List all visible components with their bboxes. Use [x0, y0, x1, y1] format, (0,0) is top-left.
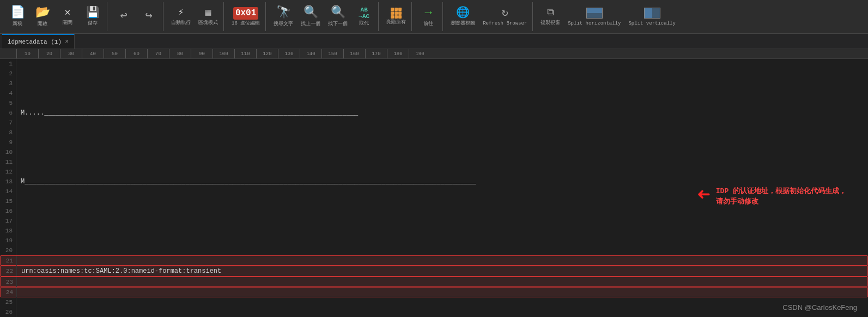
goto-label: 前往: [423, 21, 433, 27]
code-line-6[interactable]: 6 M.....________________________________…: [0, 108, 868, 118]
save-button[interactable]: 💾 儲存: [81, 2, 105, 32]
find-prev-label: 找上一個: [301, 21, 320, 27]
new-button[interactable]: 📄 新稿: [5, 2, 29, 32]
code-line-20[interactable]: 20: [0, 246, 868, 255]
refresh-button[interactable]: ↻ Refresh Browser: [479, 2, 530, 32]
code-line-17[interactable]: 17: [0, 216, 868, 226]
code-line-7[interactable]: 7: [0, 118, 868, 128]
code-line-22[interactable]: 22 urn:oasis:names:tc:SAML:2.0:nameid-fo…: [0, 266, 868, 276]
line-number-5: 5: [0, 98, 16, 108]
line-number-9: 9: [0, 137, 16, 147]
line-number-15: 15: [0, 196, 16, 206]
close-button[interactable]: ✕ 關閉: [56, 2, 80, 32]
ruler-mark-180: 180: [387, 49, 409, 58]
ruler-mark-20: 20: [38, 49, 60, 58]
open-button[interactable]: 📂 開啟: [31, 2, 54, 32]
goto-group: → 前往: [414, 2, 443, 31]
split-h-icon: [586, 8, 603, 19]
highlight-group: 亮顯所有: [381, 2, 412, 31]
code-line-24[interactable]: 24: [0, 287, 868, 297]
goto-button[interactable]: → 前往: [416, 2, 440, 32]
ruler: 10 20 30 40 50 60 70 80 90 100 110 120 1…: [0, 49, 868, 59]
hex-group: 0x01 16 進位編輯: [226, 2, 266, 31]
arrow-icon: ➜: [697, 180, 711, 213]
replace-button[interactable]: AB→AC 取代: [352, 2, 376, 32]
ruler-mark-10: 10: [16, 49, 38, 58]
highlight-button[interactable]: 亮顯所有: [383, 2, 409, 32]
replace-label: 取代: [359, 21, 369, 27]
undo-group: ↩ ↪: [110, 2, 163, 31]
code-line-9[interactable]: 9: [0, 137, 868, 147]
code-line-12[interactable]: 12: [0, 167, 868, 177]
find-next-label: 找下一個: [328, 21, 348, 27]
ruler-mark-120: 120: [256, 49, 278, 58]
tab-bar: idpMetadata (1) ×: [0, 34, 868, 49]
code-line-11[interactable]: 11: [0, 157, 868, 167]
exec-group: ⚡ 自動執行 ▦ 區塊模式: [166, 2, 224, 31]
code-line-4[interactable]: 4: [0, 88, 868, 98]
line-number-1: 1: [0, 59, 16, 69]
code-line-25[interactable]: 25: [0, 297, 868, 307]
line-number-22: 22: [1, 266, 17, 276]
split-group: ⧉ 複製視窗 Split horizontally Split vertical…: [535, 2, 681, 31]
code-line-18[interactable]: 18: [0, 226, 868, 236]
copy-view-button[interactable]: ⧉ 複製視窗: [537, 2, 563, 32]
ruler-mark-90: 90: [191, 49, 213, 58]
line-number-4: 4: [0, 88, 16, 98]
browser-group: 🌐 瀏覽器視圖 ↻ Refresh Browser: [445, 2, 533, 31]
code-line-8[interactable]: 8: [0, 128, 868, 137]
browser-view-button[interactable]: 🌐 瀏覽器視圖: [447, 2, 478, 32]
ruler-mark-30: 30: [60, 49, 82, 58]
hex-edit-button[interactable]: 0x01 16 進位編輯: [228, 2, 263, 32]
ruler-mark-80: 80: [169, 49, 191, 58]
tab-close-button[interactable]: ×: [65, 38, 69, 46]
code-line-23[interactable]: 23: [0, 277, 868, 287]
find-prev-button[interactable]: 🔍 找上一個: [298, 2, 324, 32]
hex-edit-label: 16 進位編輯: [232, 21, 260, 27]
line-number-12: 12: [0, 167, 16, 177]
find-text-button[interactable]: 🔭 搜尋文字: [270, 2, 296, 32]
watermark: CSDN @CarlosKeFeng: [782, 303, 857, 312]
active-tab[interactable]: idpMetadata (1) ×: [2, 34, 75, 49]
line-number-2: 2: [0, 69, 16, 79]
copy-view-label: 複製視窗: [541, 20, 560, 26]
line-number-3: 3: [0, 79, 16, 88]
line-number-17: 17: [0, 216, 16, 226]
code-line-21[interactable]: 21: [0, 255, 868, 266]
ruler-mark-50: 50: [104, 49, 125, 58]
undo-button[interactable]: ↩: [112, 2, 136, 32]
code-line-19[interactable]: 19: [0, 236, 868, 246]
annotation: ➜ IDP 的认证地址，根据初始化代码生成，请勿手动修改: [697, 180, 846, 213]
ruler-mark-70: 70: [147, 49, 169, 58]
line-number-24: 24: [1, 288, 17, 297]
code-line-3[interactable]: 3: [0, 79, 868, 88]
split-v-icon: [644, 8, 660, 19]
line-number-14: 14: [0, 187, 16, 196]
code-line-5[interactable]: 5: [0, 98, 868, 108]
file-group: 📄 新稿 📂 開啟 ✕ 關閉 💾 儲存: [3, 2, 107, 31]
refresh-label: Refresh Browser: [483, 21, 527, 27]
new-label: 新稿: [13, 21, 22, 27]
find-next-button[interactable]: 🔍 找下一個: [325, 2, 351, 32]
line-number-26: 26: [0, 307, 16, 317]
code-line-26[interactable]: 26: [0, 307, 868, 317]
block-mode-button[interactable]: ▦ 區塊模式: [195, 2, 221, 32]
line-number-11: 11: [0, 157, 16, 167]
ruler-mark-170: 170: [365, 49, 387, 58]
auto-exec-label: 自動執行: [171, 20, 191, 26]
redo-button[interactable]: ↪: [137, 2, 161, 32]
line-number-23: 23: [1, 277, 17, 287]
line-number-7: 7: [0, 118, 16, 128]
ruler-mark-130: 130: [278, 49, 300, 58]
find-text-label: 搜尋文字: [274, 21, 293, 27]
line-code-22: urn:oasis:names:tc:SAML:2.0:nameid-forma…: [21, 266, 867, 276]
split-vertically-button[interactable]: Split vertically: [625, 2, 678, 32]
block-mode-label: 區塊模式: [198, 20, 218, 26]
split-horizontally-button[interactable]: Split horizontally: [564, 2, 624, 32]
code-line-1[interactable]: 1: [0, 59, 868, 69]
code-line-2[interactable]: 2: [0, 69, 868, 79]
code-line-10[interactable]: 10: [0, 147, 868, 157]
highlight-label: 亮顯所有: [386, 20, 406, 26]
grid-icon: [391, 8, 402, 19]
auto-exec-button[interactable]: ⚡ 自動執行: [168, 2, 194, 32]
